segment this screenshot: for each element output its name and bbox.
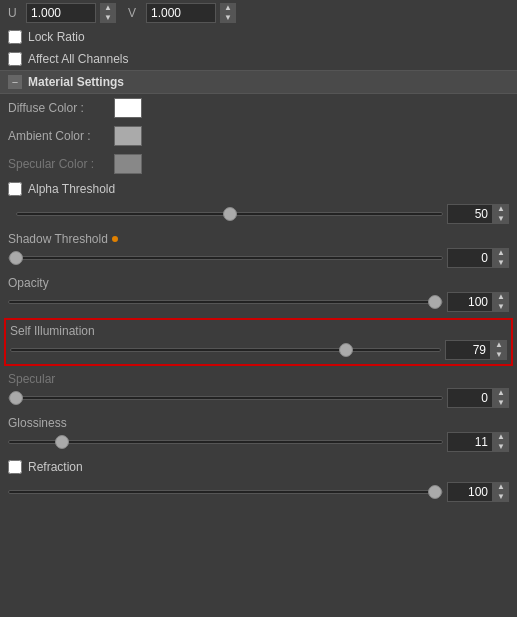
lock-ratio-label: Lock Ratio — [28, 30, 85, 44]
alpha-threshold-spinner: ▲ ▼ — [493, 204, 509, 224]
self-illumination-label: Self Illumination — [10, 324, 95, 338]
opacity-label: Opacity — [8, 276, 49, 290]
diffuse-color-swatch[interactable] — [114, 98, 142, 118]
self-illumination-value[interactable] — [445, 340, 491, 360]
lock-ratio-checkbox[interactable] — [8, 30, 22, 44]
glossiness-value-group: ▲ ▼ — [447, 432, 509, 452]
opacity-slider[interactable] — [8, 300, 443, 304]
shadow-threshold-label-row: Shadow Threshold — [8, 232, 509, 246]
shadow-threshold-spin-up[interactable]: ▲ — [493, 248, 509, 258]
shadow-threshold-value[interactable] — [447, 248, 493, 268]
glossiness-label-row: Glossiness — [8, 416, 509, 430]
material-settings-header: − Material Settings — [0, 70, 517, 94]
alpha-threshold-slider[interactable] — [16, 212, 443, 216]
opacity-spinner: ▲ ▼ — [493, 292, 509, 312]
opacity-value-group: ▲ ▼ — [447, 292, 509, 312]
glossiness-row: Glossiness ▲ ▼ — [0, 412, 517, 456]
opacity-row: Opacity ▲ ▼ — [0, 272, 517, 316]
warning-dot — [112, 236, 118, 242]
ambient-color-label: Ambient Color : — [8, 129, 108, 143]
section-title: Material Settings — [28, 75, 124, 89]
glossiness-label: Glossiness — [8, 416, 67, 430]
shadow-threshold-spin-down[interactable]: ▼ — [493, 258, 509, 268]
affect-all-label: Affect All Channels — [28, 52, 129, 66]
refraction-spinner: ▲ ▼ — [493, 482, 509, 502]
refraction-checkbox[interactable] — [8, 460, 22, 474]
uv-row: U ▲ ▼ V ▲ ▼ — [0, 0, 517, 26]
alpha-threshold-spin-down[interactable]: ▼ — [493, 214, 509, 224]
refraction-value-group: ▲ ▼ — [447, 482, 509, 502]
collapse-button[interactable]: − — [8, 75, 22, 89]
v-input[interactable] — [146, 3, 216, 23]
specular-row: Specular ▲ ▼ — [0, 368, 517, 412]
specular-value-group: ▲ ▼ — [447, 388, 509, 408]
alpha-threshold-value-group: ▲ ▼ — [447, 204, 509, 224]
refraction-spin-up[interactable]: ▲ — [493, 482, 509, 492]
shadow-threshold-spinner: ▲ ▼ — [493, 248, 509, 268]
specular-label-row: Specular — [8, 372, 509, 386]
refraction-spin-down[interactable]: ▼ — [493, 492, 509, 502]
alpha-threshold-value[interactable] — [447, 204, 493, 224]
specular-spin-down[interactable]: ▼ — [493, 398, 509, 408]
v-spin-down[interactable]: ▼ — [220, 13, 236, 23]
opacity-spin-up[interactable]: ▲ — [493, 292, 509, 302]
glossiness-spin-down[interactable]: ▼ — [493, 442, 509, 452]
self-illumination-spin-up[interactable]: ▲ — [491, 340, 507, 350]
specular-slider[interactable] — [8, 396, 443, 400]
specular-color-swatch[interactable] — [114, 154, 142, 174]
affect-all-row: Affect All Channels — [0, 48, 517, 70]
self-illumination-spinner: ▲ ▼ — [491, 340, 507, 360]
shadow-threshold-row: Shadow Threshold ▲ ▼ — [0, 228, 517, 272]
main-panel: U ▲ ▼ V ▲ ▼ Lock Ratio Affect All Channe… — [0, 0, 517, 506]
alpha-threshold-spin-up[interactable]: ▲ — [493, 204, 509, 214]
diffuse-color-row: Diffuse Color : — [0, 94, 517, 122]
specular-value[interactable] — [447, 388, 493, 408]
self-illumination-spin-down[interactable]: ▼ — [491, 350, 507, 360]
opacity-label-row: Opacity — [8, 276, 509, 290]
specular-color-row: Specular Color : — [0, 150, 517, 178]
affect-all-checkbox[interactable] — [8, 52, 22, 66]
u-spin-up[interactable]: ▲ — [100, 3, 116, 13]
alpha-threshold-slider-row: ▲ ▼ — [0, 200, 517, 228]
self-illumination-label-row: Self Illumination — [10, 324, 507, 338]
refraction-value[interactable] — [447, 482, 493, 502]
alpha-threshold-label: Alpha Threshold — [28, 182, 115, 196]
refraction-row: Refraction — [0, 456, 517, 478]
diffuse-color-label: Diffuse Color : — [8, 101, 108, 115]
glossiness-value[interactable] — [447, 432, 493, 452]
self-illumination-box: Self Illumination ▲ ▼ — [4, 318, 513, 366]
self-illumination-slider[interactable] — [10, 348, 441, 352]
u-label: U — [8, 6, 22, 20]
u-spin-down[interactable]: ▼ — [100, 13, 116, 23]
u-spinner: ▲ ▼ — [100, 3, 116, 23]
specular-label: Specular — [8, 372, 55, 386]
u-input[interactable] — [26, 3, 96, 23]
ambient-color-row: Ambient Color : — [0, 122, 517, 150]
opacity-value[interactable] — [447, 292, 493, 312]
refraction-slider-row: ▲ ▼ — [0, 478, 517, 506]
lock-ratio-row: Lock Ratio — [0, 26, 517, 48]
refraction-label: Refraction — [28, 460, 83, 474]
glossiness-spin-up[interactable]: ▲ — [493, 432, 509, 442]
specular-spin-up[interactable]: ▲ — [493, 388, 509, 398]
specular-color-label: Specular Color : — [8, 157, 108, 171]
self-illumination-value-group: ▲ ▼ — [445, 340, 507, 360]
shadow-threshold-slider[interactable] — [8, 256, 443, 260]
shadow-threshold-label: Shadow Threshold — [8, 232, 108, 246]
shadow-threshold-value-group: ▲ ▼ — [447, 248, 509, 268]
glossiness-slider[interactable] — [8, 440, 443, 444]
glossiness-spinner: ▲ ▼ — [493, 432, 509, 452]
opacity-spin-down[interactable]: ▼ — [493, 302, 509, 312]
specular-spinner: ▲ ▼ — [493, 388, 509, 408]
v-label: V — [128, 6, 142, 20]
alpha-threshold-row: Alpha Threshold — [0, 178, 517, 200]
alpha-threshold-checkbox[interactable] — [8, 182, 22, 196]
v-spinner: ▲ ▼ — [220, 3, 236, 23]
ambient-color-swatch[interactable] — [114, 126, 142, 146]
refraction-slider[interactable] — [8, 490, 443, 494]
v-spin-up[interactable]: ▲ — [220, 3, 236, 13]
